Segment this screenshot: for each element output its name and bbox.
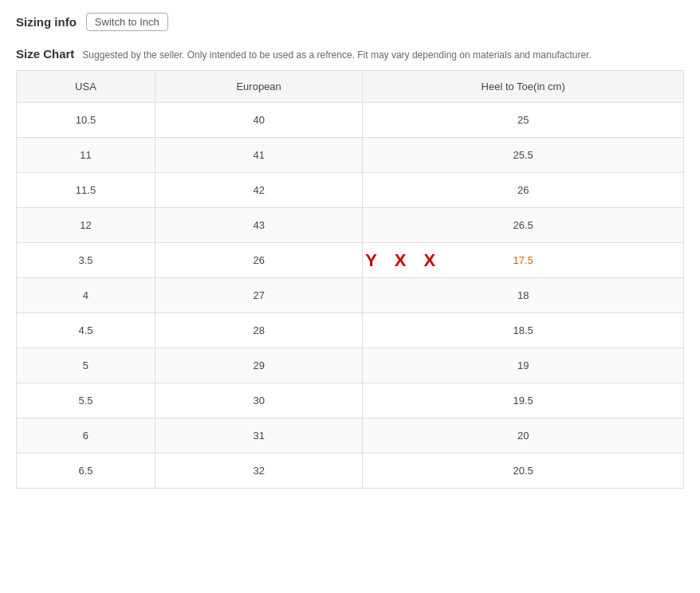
cell-usa: 11: [17, 138, 155, 173]
cell-heel-toe: 25: [363, 103, 684, 138]
cell-european: 42: [155, 173, 362, 208]
size-chart-table: USA European Heel to Toe(in cm) 10.54025…: [16, 70, 684, 489]
cell-usa: 4: [17, 278, 155, 313]
cell-heel-toe: 26.5: [363, 208, 684, 243]
cell-european: 26Y X X: [155, 243, 362, 278]
size-chart-note: Suggested by the seller. Only intended t…: [82, 49, 591, 61]
table-row: 6.53220.5: [17, 454, 684, 489]
cell-usa: 5: [17, 348, 155, 383]
table-row: 5.53019.5: [17, 383, 684, 418]
cell-heel-toe: 26: [363, 173, 684, 208]
table-row: 63120: [17, 418, 684, 454]
table-row: 4.52818.5: [17, 313, 684, 348]
sizing-header: Sizing info Switch to Inch: [16, 13, 684, 31]
cell-heel-toe: 18: [363, 278, 684, 313]
cell-heel-toe: 17.5: [363, 243, 684, 278]
cell-european: 31: [155, 418, 362, 454]
cell-european: 43: [155, 208, 362, 243]
col-usa: USA: [17, 71, 155, 103]
cell-european: 29: [155, 348, 362, 383]
col-heel-toe: Heel to Toe(in cm): [363, 71, 684, 103]
size-chart-title: Size Chart: [16, 47, 74, 61]
cell-usa: 11.5: [17, 173, 155, 208]
cell-usa: 4.5: [17, 313, 155, 348]
table-header-row: USA European Heel to Toe(in cm): [17, 71, 684, 103]
cell-european: 40: [155, 103, 362, 138]
table-row: 10.54025: [17, 103, 684, 138]
table-row: 124326.5: [17, 208, 684, 243]
sizing-info-title: Sizing info: [16, 15, 77, 29]
table-row: 42718: [17, 278, 684, 313]
cell-usa: 3.5: [17, 243, 155, 278]
cell-european: 41: [155, 138, 362, 173]
cell-european: 28: [155, 313, 362, 348]
size-chart-header: Size Chart Suggested by the seller. Only…: [16, 47, 684, 61]
cell-heel-toe: 20.5: [363, 454, 684, 489]
cell-heel-toe: 20: [363, 418, 684, 454]
cell-european: 27: [155, 278, 362, 313]
cell-heel-toe: 18.5: [363, 313, 684, 348]
switch-to-inch-button[interactable]: Switch to Inch: [86, 13, 168, 31]
cell-usa: 5.5: [17, 383, 155, 418]
cell-european: 30: [155, 383, 362, 418]
cell-heel-toe: 25.5: [363, 138, 684, 173]
table-row: 3.526Y X X17.5: [17, 243, 684, 278]
col-european: European: [155, 71, 362, 103]
cell-usa: 6.5: [17, 454, 155, 489]
table-row: 52919: [17, 348, 684, 383]
cell-european: 32: [155, 454, 362, 489]
table-row: 114125.5: [17, 138, 684, 173]
cell-usa: 10.5: [17, 103, 155, 138]
cell-heel-toe: 19.5: [363, 383, 684, 418]
cell-heel-toe: 19: [363, 348, 684, 383]
cell-usa: 6: [17, 418, 155, 454]
cell-usa: 12: [17, 208, 155, 243]
table-row: 11.54226: [17, 173, 684, 208]
